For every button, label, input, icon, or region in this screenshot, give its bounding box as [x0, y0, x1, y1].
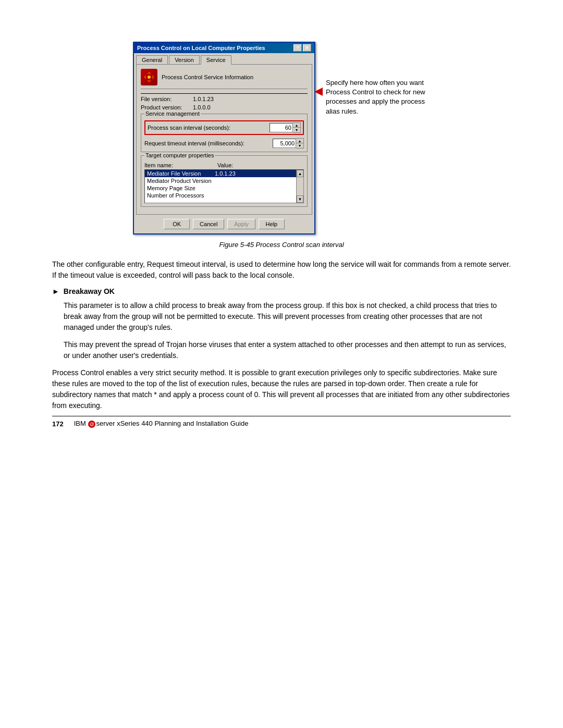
titlebar-buttons: ? ✕ — [293, 44, 311, 52]
file-version-value: 1.0.1.23 — [193, 96, 214, 102]
list-item[interactable]: Memory Page Size — [145, 184, 303, 192]
table-header: Item name: Value: — [144, 162, 304, 168]
page-number: 172 — [52, 420, 64, 428]
item-name-3: Memory Page Size — [147, 185, 215, 191]
item-name-2: Mediator Product Version — [147, 178, 215, 184]
tab-version[interactable]: Version — [169, 55, 200, 64]
apply-button[interactable]: Apply — [227, 219, 255, 229]
dialog-content: Process Control Service Information File… — [136, 64, 312, 215]
product-version-value: 1.0.0.0 — [193, 104, 211, 110]
header-divider — [141, 93, 308, 94]
svg-rect-4 — [147, 80, 151, 81]
dialog-buttons: OK Cancel Apply Help — [134, 217, 314, 233]
target-computer-group: Target computer properties Item name: Va… — [141, 155, 308, 207]
timeout-input[interactable] — [273, 139, 296, 148]
service-mgmt-label: Service management — [144, 110, 201, 117]
figure-caption: Figure 5-45 Process Control scan interva… — [52, 241, 511, 249]
svg-rect-1 — [145, 75, 146, 79]
product-version-label: Product version: — [141, 104, 193, 110]
page-footer: 172 IBM @server xSeries 440 Planning and… — [52, 416, 511, 428]
callout-text: Specify here how often you want Process … — [326, 78, 430, 116]
list-item[interactable]: Mediator Product Version — [145, 177, 303, 184]
timeout-spinner[interactable]: ▲ ▼ — [273, 138, 304, 149]
item-value-3 — [215, 185, 301, 191]
tab-service[interactable]: Service — [201, 55, 231, 65]
service-header-text: Process Control Service Information — [162, 74, 253, 80]
scan-interval-label: Process scan interval (seconds): — [148, 125, 230, 131]
help-button[interactable]: Help — [259, 219, 285, 229]
closing-paragraph: Process Control enables a very strict se… — [52, 367, 511, 411]
target-label: Target computer properties — [144, 152, 215, 158]
timeout-spin-up[interactable]: ▲ — [296, 139, 303, 143]
screenshot-area: Process Control on Local Computer Proper… — [52, 42, 511, 235]
service-management-group: Service management Process scan interval… — [141, 114, 308, 152]
timeout-label: Request timeout interval (milliseconds): — [144, 140, 244, 146]
list-item[interactable]: Mediator File Version 1.0.1.23 — [145, 170, 303, 177]
item-value-1: 1.0.1.23 — [215, 170, 301, 177]
dialog-title: Process Control on Local Computer Proper… — [137, 45, 265, 51]
bullet-para-2: This may prevent the spread of Trojan ho… — [52, 339, 511, 361]
dialog-wrapper: Process Control on Local Computer Proper… — [133, 42, 430, 235]
item-name-1: Mediator File Version — [147, 170, 215, 177]
svg-point-0 — [148, 76, 151, 79]
bullet-para-1: This parameter is to allow a child proce… — [52, 300, 511, 333]
scroll-down[interactable]: ▼ — [297, 195, 303, 203]
service-header: Process Control Service Information — [141, 69, 308, 89]
item-name-4: Number of Processors — [147, 192, 215, 199]
product-version-row: Product version: 1.0.0.0 — [141, 104, 308, 110]
scroll-track — [297, 177, 303, 195]
list-item[interactable]: Number of Processors — [145, 192, 303, 199]
scan-spinner-buttons: ▲ ▼ — [293, 122, 301, 133]
callout-area: Specify here how often you want Process … — [326, 78, 430, 116]
dialog-titlebar: Process Control on Local Computer Proper… — [134, 43, 314, 53]
listbox-scrollbar[interactable]: ▲ ▼ — [296, 170, 303, 203]
footer-text: IBM @server xSeries 440 Planning and Ins… — [74, 419, 249, 428]
scan-spin-down[interactable]: ▼ — [293, 128, 300, 132]
scan-input[interactable] — [270, 123, 293, 132]
svg-rect-2 — [152, 75, 153, 79]
callout-arrow — [314, 88, 323, 96]
timeout-spinner-buttons: ▲ ▼ — [296, 138, 304, 149]
item-value-2 — [215, 178, 301, 184]
scan-interval-row: Process scan interval (seconds): ▲ ▼ — [144, 120, 304, 135]
scan-spinner[interactable]: ▲ ▼ — [270, 122, 301, 133]
at-server-icon: @ — [88, 421, 95, 428]
dialog-tabs: General Version Service — [134, 53, 314, 64]
ok-button[interactable]: OK — [164, 219, 190, 229]
cancel-button[interactable]: Cancel — [193, 219, 224, 229]
file-version-row: File version: 1.0.1.23 — [141, 96, 308, 102]
properties-listbox[interactable]: Mediator File Version 1.0.1.23 Mediator … — [144, 169, 304, 203]
scan-spin-up[interactable]: ▲ — [293, 123, 300, 128]
col-value-header: Value: — [217, 162, 304, 168]
item-value-4 — [215, 192, 301, 199]
scroll-up[interactable]: ▲ — [297, 170, 303, 177]
help-titlebar-btn[interactable]: ? — [293, 44, 302, 52]
dialog-box: Process Control on Local Computer Proper… — [133, 42, 315, 235]
bullet-title: Breakaway OK — [64, 287, 115, 295]
body-paragraph-1: The other configurable entry, Request ti… — [52, 259, 511, 281]
timeout-spin-down[interactable]: ▼ — [296, 143, 303, 148]
page-container: Process Control on Local Computer Proper… — [0, 0, 563, 449]
svg-rect-3 — [147, 73, 151, 74]
service-icon — [141, 69, 157, 85]
col-name-header: Item name: — [144, 162, 217, 168]
tab-general[interactable]: General — [136, 55, 168, 64]
bullet-arrow-icon: ► — [52, 288, 59, 296]
timeout-row: Request timeout interval (milliseconds):… — [144, 138, 304, 149]
close-titlebar-btn[interactable]: ✕ — [303, 44, 311, 52]
bullet-item: ► Breakaway OK — [52, 287, 511, 296]
file-version-label: File version: — [141, 96, 193, 102]
